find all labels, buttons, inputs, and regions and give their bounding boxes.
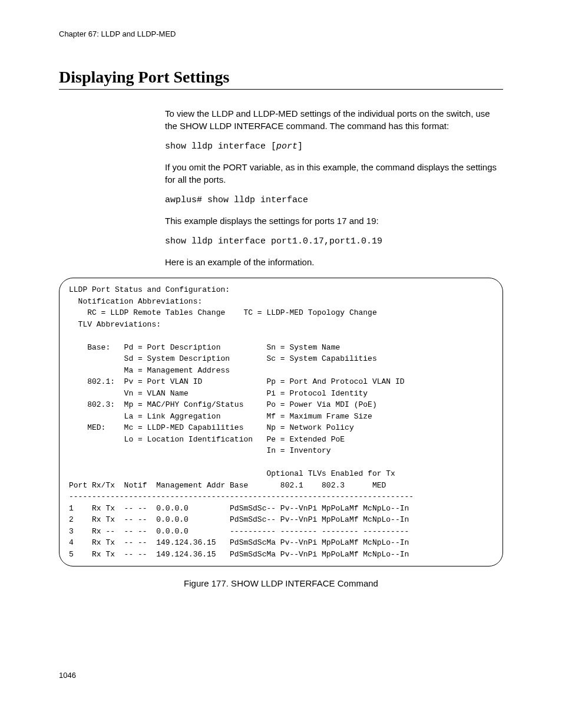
intro-paragraph: To view the LLDP and LLDP-MED settings o… [165, 107, 503, 132]
figure-caption: Figure 177. SHOW LLDP INTERFACE Command [59, 578, 503, 588]
command-output-box: LLDP Port Status and Configuration: Noti… [59, 278, 503, 566]
command-example-2: show lldp interface port1.0.17,port1.0.1… [165, 236, 503, 246]
body-content: To view the LLDP and LLDP-MED settings o… [165, 107, 503, 268]
omit-paragraph: If you omit the PORT variable, as in thi… [165, 161, 503, 186]
page-number: 1046 [59, 671, 503, 680]
document-page: Chapter 67: LLDP and LLDP-MED Displaying… [0, 0, 562, 703]
example-ports-paragraph: This example displays the settings for p… [165, 215, 503, 227]
here-paragraph: Here is an example of the information. [165, 256, 503, 268]
command-syntax: show lldp interface [port] [165, 141, 503, 151]
cmd-syntax-post: ] [297, 141, 303, 151]
cmd-syntax-pre: show lldp interface [ [165, 141, 276, 151]
command-example-1: awplus# show lldp interface [165, 195, 503, 205]
section-title: Displaying Port Settings [59, 68, 503, 90]
cmd-syntax-variable: port [276, 141, 297, 151]
chapter-header: Chapter 67: LLDP and LLDP-MED [59, 29, 503, 38]
